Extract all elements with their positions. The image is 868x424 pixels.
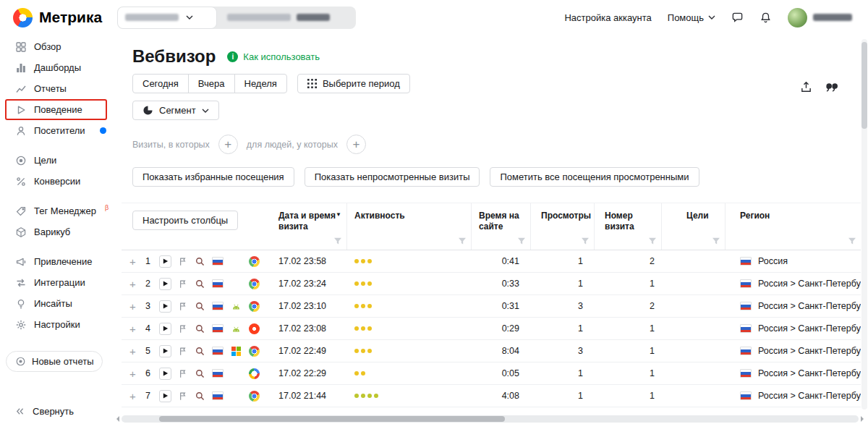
column-header-region[interactable]: Регион	[726, 203, 861, 250]
scrollbar-thumb[interactable]	[159, 416, 505, 422]
scrollbar-thumb[interactable]	[861, 42, 867, 129]
show-favorite-visits-button[interactable]: Показать избранные посещения	[132, 167, 294, 187]
sidebar-item-label: Инсайты	[34, 298, 72, 309]
add-visit-condition-button[interactable]: +	[218, 135, 238, 154]
zoom-visit-button[interactable]	[195, 368, 205, 379]
vertical-scrollbar[interactable]	[861, 39, 867, 410]
add-people-condition-button[interactable]: +	[346, 135, 366, 154]
zoom-visit-button[interactable]	[195, 279, 205, 289]
new-reports-button[interactable]: Новые отчеты	[6, 351, 103, 372]
account-settings-link[interactable]: Настройка аккаунта	[564, 12, 651, 23]
time-on-site: 0:29	[472, 323, 531, 334]
expand-row-button[interactable]: +	[129, 278, 137, 290]
counter-picker[interactable]	[117, 7, 356, 29]
notifications-bell-icon[interactable]	[760, 12, 772, 24]
filter-funnel-icon[interactable]	[581, 237, 590, 245]
region-flag-ru-icon	[740, 279, 752, 288]
period-week-button[interactable]: Неделя	[234, 74, 287, 93]
period-today-button[interactable]: Сегодня	[132, 74, 189, 93]
column-header-time-on-site[interactable]: Время на сайте	[472, 203, 531, 250]
flag-visit-button[interactable]	[178, 323, 188, 334]
scrollbar-track[interactable]	[122, 415, 859, 423]
export-icon[interactable]	[800, 81, 812, 93]
play-visit-button[interactable]	[159, 345, 171, 357]
sidebar-item-tag-manager[interactable]: Тег Менеджерβ	[0, 200, 112, 221]
counter-selector[interactable]	[117, 7, 217, 29]
filter-funnel-icon[interactable]	[848, 237, 856, 245]
segment-button[interactable]: Сегмент	[132, 101, 219, 120]
collapse-sidebar-button[interactable]: Свернуть	[14, 406, 74, 417]
flag-visit-button[interactable]	[178, 391, 188, 402]
sidebar-item-insights[interactable]: Инсайты	[0, 293, 112, 314]
configure-columns-button[interactable]: Настроить столбцы	[132, 211, 238, 230]
zoom-visit-button[interactable]	[195, 301, 205, 312]
play-visit-button[interactable]	[159, 255, 171, 268]
play-visit-button[interactable]	[159, 390, 171, 402]
expand-row-button[interactable]: +	[129, 255, 137, 268]
play-visit-button[interactable]	[159, 300, 171, 313]
visit-number: 1	[595, 368, 662, 378]
sidebar-item-conversions[interactable]: Конверсии	[0, 171, 112, 192]
filter-funnel-icon[interactable]	[712, 237, 720, 245]
column-header-views[interactable]: Просмотры	[531, 203, 595, 250]
activity-dots	[347, 304, 472, 308]
flag-visit-button[interactable]	[178, 256, 188, 267]
expand-row-button[interactable]: +	[129, 390, 137, 402]
expand-row-button[interactable]: +	[129, 300, 137, 313]
filter-funnel-icon[interactable]	[517, 237, 526, 245]
sidebar-item-reports[interactable]: Отчеты	[0, 78, 112, 99]
horizontal-scrollbar[interactable]	[112, 415, 868, 423]
region-cell: Россия > Санкт-Петербург и Л	[726, 323, 861, 334]
sidebar-item-visitors[interactable]: Посетители	[0, 120, 112, 141]
scroll-right-arrow-icon[interactable]	[861, 416, 867, 422]
visits-filter-label: Визиты, в которых	[132, 140, 210, 150]
flag-visit-button[interactable]	[178, 346, 188, 357]
feedback-quotes-icon[interactable]	[825, 81, 838, 93]
zoom-visit-button[interactable]	[195, 323, 205, 334]
sidebar-item-dashboards[interactable]: Дашборды	[0, 57, 112, 78]
flag-visit-button[interactable]	[178, 368, 188, 379]
expand-row-button[interactable]: +	[129, 368, 137, 380]
country-flag-ru-icon	[212, 279, 224, 288]
expand-row-button[interactable]: +	[129, 323, 137, 335]
sidebar-item-goals[interactable]: Цели	[0, 150, 112, 171]
column-header-datetime[interactable]: Дата и время визита ▼	[278, 203, 347, 250]
scroll-left-arrow-icon[interactable]	[114, 416, 119, 422]
metrika-logo[interactable]: Метрика	[0, 8, 110, 27]
help-menu[interactable]: Помощь	[668, 12, 715, 23]
show-unwatched-visits-button[interactable]: Показать непросмотренные визиты	[305, 167, 480, 187]
play-visit-button[interactable]	[159, 278, 171, 290]
filter-funnel-icon[interactable]	[648, 237, 657, 245]
column-header-goals[interactable]: Цели	[662, 203, 726, 250]
sidebar-item-integrations[interactable]: Интеграции	[0, 272, 112, 293]
visit-datetime: 17.02 23:10	[278, 301, 347, 311]
sidebar-item-settings[interactable]: Настройки	[0, 314, 112, 335]
period-yesterday-button[interactable]: Вчера	[188, 74, 235, 93]
sidebar-item-acquisition[interactable]: Привлечение	[0, 251, 112, 272]
sort-desc-icon[interactable]: ▼	[336, 211, 341, 219]
column-header-activity[interactable]: Активность	[347, 203, 472, 250]
play-visit-button[interactable]	[159, 323, 171, 335]
mark-all-watched-button[interactable]: Пометить все посещения просмотренными	[490, 167, 699, 187]
sidebar-item-varicube[interactable]: Варикуб	[0, 221, 112, 242]
reports-icon	[14, 82, 27, 95]
filter-funnel-icon[interactable]	[333, 237, 342, 245]
zoom-visit-button[interactable]	[195, 391, 205, 402]
sidebar-item-behavior[interactable]: Поведение	[0, 99, 112, 120]
flag-visit-button[interactable]	[178, 279, 188, 289]
sidebar-item-overview[interactable]: Обзор	[0, 36, 112, 57]
select-period-button[interactable]: Выберите период	[297, 74, 410, 93]
expand-row-button[interactable]: +	[129, 345, 137, 357]
counter-id-field[interactable]	[217, 7, 356, 29]
column-header-visit-number[interactable]: Номер визита	[595, 203, 662, 250]
feedback-chat-icon[interactable]	[731, 12, 744, 24]
user-account[interactable]	[788, 8, 852, 27]
zoom-visit-button[interactable]	[195, 346, 205, 357]
how-to-use-link[interactable]: i Как использовать	[227, 51, 320, 62]
zoom-visit-button[interactable]	[195, 256, 205, 267]
flag-visit-button[interactable]	[178, 301, 188, 312]
play-visit-button[interactable]	[159, 368, 171, 380]
region-label: Россия > Санкт-Петербург и Л	[758, 279, 861, 289]
chrome-icon	[249, 301, 260, 312]
filter-funnel-icon[interactable]	[458, 237, 467, 245]
